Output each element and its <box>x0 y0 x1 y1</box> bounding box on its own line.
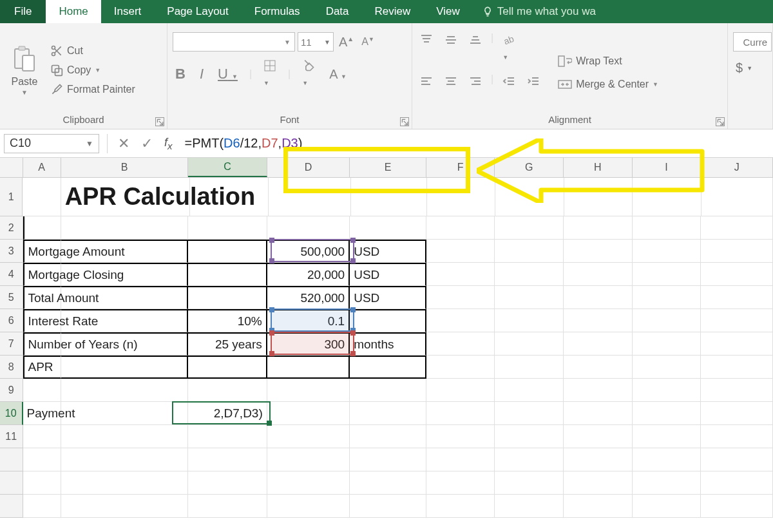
cell[interactable]: Number of Years (n) <box>23 332 61 356</box>
col-header-I[interactable]: I <box>633 158 701 177</box>
col-header-J[interactable]: J <box>701 158 773 177</box>
row-header-2[interactable]: 2 <box>0 216 23 240</box>
orientation-button[interactable]: ab▼ <box>500 32 518 64</box>
cell[interactable] <box>495 286 564 309</box>
format-painter-button[interactable]: Format Painter <box>48 82 138 97</box>
col-header-G[interactable]: G <box>495 158 564 177</box>
cell[interactable] <box>267 471 350 495</box>
cell[interactable] <box>701 471 773 495</box>
cell[interactable] <box>61 448 188 471</box>
cell[interactable] <box>633 425 701 448</box>
cancel-formula-button[interactable]: ✕ <box>118 135 129 152</box>
formula-input[interactable]: =PMT(D6/12,D7,D3) <box>179 133 359 155</box>
cell[interactable] <box>426 216 495 240</box>
cell[interactable] <box>188 286 267 309</box>
number-format-dropdown[interactable]: Curre <box>733 32 772 52</box>
row-header-5[interactable]: 5 <box>0 286 23 309</box>
cell[interactable] <box>61 216 188 240</box>
cell[interactable] <box>701 240 773 263</box>
merge-center-button[interactable]: Merge & Center ▼ <box>555 77 661 92</box>
cell[interactable] <box>190 178 269 216</box>
cell[interactable] <box>426 495 495 518</box>
cell[interactable] <box>564 263 633 286</box>
increase-indent-button[interactable] <box>524 73 542 89</box>
cell[interactable] <box>701 178 773 216</box>
align-right-button[interactable] <box>466 73 484 89</box>
cell[interactable] <box>188 240 267 263</box>
cell[interactable] <box>426 471 495 495</box>
cell[interactable] <box>188 379 267 402</box>
cell[interactable] <box>426 332 495 356</box>
align-top-button[interactable] <box>417 32 435 64</box>
cell[interactable] <box>564 356 633 379</box>
col-header-F[interactable]: F <box>426 158 495 177</box>
cell[interactable] <box>267 448 350 471</box>
cell[interactable] <box>701 379 773 402</box>
cell[interactable] <box>495 402 564 425</box>
cell[interactable]: APR Calculation <box>61 178 190 216</box>
cell[interactable] <box>495 309 564 332</box>
row-header-3[interactable]: 3 <box>0 240 23 263</box>
cell[interactable] <box>564 425 633 448</box>
dialog-launcher-icon[interactable] <box>716 117 725 126</box>
cell[interactable] <box>23 471 61 495</box>
cell[interactable] <box>633 402 701 425</box>
row-header-7[interactable]: 7 <box>0 332 23 356</box>
dialog-launcher-icon[interactable] <box>155 117 164 126</box>
cell[interactable] <box>633 356 701 379</box>
cell[interactable] <box>350 379 426 402</box>
col-header-A[interactable]: A <box>23 158 61 177</box>
cell[interactable] <box>426 263 495 286</box>
cut-button[interactable]: Cut <box>48 43 138 59</box>
col-header-B[interactable]: B <box>61 158 189 177</box>
row-header[interactable] <box>0 495 23 518</box>
tab-review[interactable]: Review <box>362 0 424 23</box>
cell[interactable] <box>269 178 351 216</box>
wrap-text-button[interactable]: Wrap Text <box>555 53 661 69</box>
col-header-H[interactable]: H <box>564 158 633 177</box>
cell[interactable] <box>495 216 564 240</box>
cell[interactable] <box>23 495 61 518</box>
cell[interactable] <box>701 263 773 286</box>
cell[interactable] <box>495 240 564 263</box>
cell[interactable]: Mortgage Amount <box>23 240 61 263</box>
cell[interactable] <box>495 448 564 471</box>
cell[interactable] <box>267 379 350 402</box>
cell[interactable] <box>495 471 564 495</box>
cell[interactable] <box>350 309 426 332</box>
grow-font-button[interactable]: A▲ <box>336 33 356 51</box>
select-all-corner[interactable] <box>0 158 23 177</box>
cell[interactable] <box>633 178 701 216</box>
cell[interactable] <box>633 332 701 356</box>
tab-file[interactable]: File <box>0 0 46 23</box>
cell[interactable] <box>633 379 701 402</box>
cell[interactable]: APR <box>23 356 61 379</box>
cell[interactable] <box>495 178 564 216</box>
col-header-E[interactable]: E <box>350 158 426 177</box>
cell[interactable] <box>701 309 773 332</box>
cell[interactable] <box>633 216 701 240</box>
col-header-D[interactable]: D <box>267 158 350 177</box>
cell[interactable] <box>267 402 350 425</box>
cell[interactable] <box>350 402 426 425</box>
cell[interactable] <box>701 425 773 448</box>
cell[interactable] <box>426 379 495 402</box>
cell[interactable] <box>564 240 633 263</box>
align-left-button[interactable] <box>417 73 435 89</box>
cell[interactable] <box>633 263 701 286</box>
cell[interactable]: Total Amount <box>23 286 61 309</box>
cell[interactable]: 520,000 <box>267 286 350 309</box>
cell[interactable] <box>564 286 633 309</box>
cell[interactable] <box>61 379 188 402</box>
cell[interactable] <box>564 448 633 471</box>
dialog-launcher-icon[interactable] <box>400 117 409 126</box>
cell[interactable] <box>23 379 61 402</box>
cell[interactable] <box>61 471 188 495</box>
cell-active[interactable]: 2,D7,D3) <box>188 402 267 425</box>
cell[interactable] <box>495 495 564 518</box>
borders-button[interactable]: ▼ <box>261 58 279 90</box>
copy-button[interactable]: Copy ▼ <box>48 62 138 78</box>
cell[interactable] <box>267 425 350 448</box>
row-header-9[interactable]: 9 <box>0 379 23 402</box>
cell[interactable] <box>61 332 188 356</box>
